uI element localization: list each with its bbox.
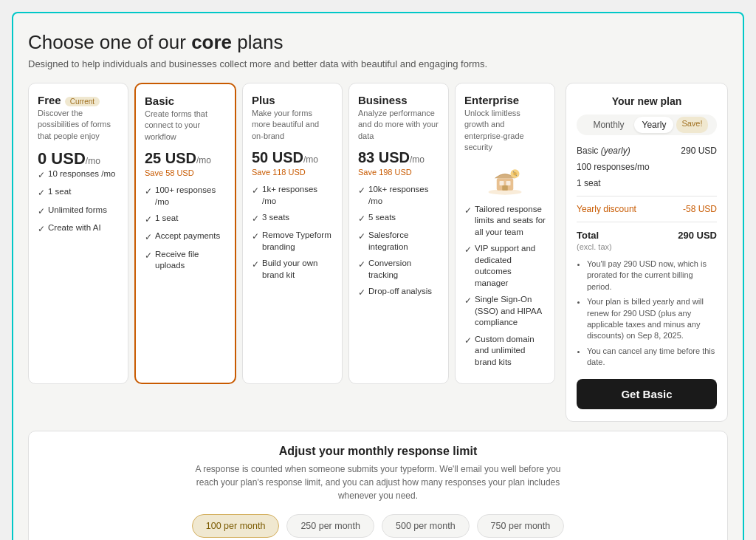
check-icon: ✓ <box>252 230 259 242</box>
plan-save: Save 58 USD <box>145 168 226 177</box>
response-options: 100 per month250 per month500 per month7… <box>44 514 712 538</box>
total-label: Total <box>577 230 599 241</box>
plan-price: 0 USD/mo <box>38 149 119 168</box>
check-icon: ✓ <box>38 187 45 199</box>
plan-price: 50 USD/mo <box>252 149 333 166</box>
feature-item: ✓10k+ responses /mo <box>358 184 439 207</box>
feature-item: ✓Conversion tracking <box>358 258 439 281</box>
plan-features: ✓Tailored response limits and seats for … <box>464 204 546 369</box>
discount-row: Yearly discount -58 USD <box>577 204 717 214</box>
feature-item: ✓10 responses /mo <box>38 168 119 181</box>
billing-toggle: Monthly Yearly Save! <box>577 115 717 135</box>
plan-name: Basic <box>145 95 226 107</box>
feature-item: ✓3 seats <box>252 212 333 225</box>
plan-name: Plus <box>252 94 333 106</box>
feature-item: ✓5 seats <box>358 212 439 225</box>
note-item: You can cancel any time before this date… <box>587 346 717 369</box>
plan-card-basic[interactable]: BasicCreate forms that connect to your w… <box>134 83 236 384</box>
responses-label: 100 responses/mo <box>577 162 650 172</box>
feature-item: ✓Create with AI <box>38 222 119 235</box>
response-option[interactable]: 250 per month <box>286 514 374 538</box>
feature-item: ✓Build your own brand kit <box>252 258 333 281</box>
check-icon: ✓ <box>252 185 259 196</box>
bottom-title: Adjust your monthly response limit <box>44 445 712 458</box>
feature-item: ✓Receive file uploads <box>145 249 226 272</box>
svg-rect-4 <box>502 185 508 190</box>
svg-rect-3 <box>506 180 511 185</box>
plan-save: Save 198 USD <box>358 168 439 177</box>
plan-name-row: Basic (yearly) 290 USD <box>577 146 717 156</box>
plan-card-business[interactable]: BusinessAnalyze performance and do more … <box>348 83 449 384</box>
plan-name: FreeCurrent <box>38 94 119 106</box>
enterprise-illustration <box>483 161 527 198</box>
check-icon: ✓ <box>252 259 259 270</box>
plan-save: Save 118 USD <box>252 168 333 177</box>
total-sub: (excl. tax) <box>577 242 717 251</box>
plan-name: Enterprise <box>464 94 546 106</box>
feature-item: ✓Salesforce integration <box>358 230 439 253</box>
feature-item: ✓1 seat <box>145 213 226 225</box>
plan-desc: Unlock limitless growth and enterprise-g… <box>464 108 546 154</box>
bottom-section: Adjust your monthly response limit A res… <box>28 431 728 540</box>
plan-features: ✓100+ responses /mo✓1 seat✓Accept paymen… <box>145 185 226 271</box>
feature-item: ✓Unlimited forms <box>38 205 119 217</box>
page-subtitle: Designed to help individuals and busines… <box>28 58 728 69</box>
plan-name-label: Basic (yearly) <box>577 146 630 156</box>
discount-value: -58 USD <box>683 204 717 214</box>
plan-price: 25 USD/mo <box>145 150 226 167</box>
note-item: Your plan is billed yearly and will rene… <box>587 296 717 342</box>
plans-section: FreeCurrentDiscover the possibilities of… <box>28 83 555 422</box>
check-icon: ✓ <box>38 205 45 217</box>
response-option[interactable]: 750 per month <box>477 514 565 538</box>
new-plan-title: Your new plan <box>577 95 717 107</box>
plan-price-value: 290 USD <box>681 146 717 156</box>
check-icon: ✓ <box>358 230 365 242</box>
check-icon: ✓ <box>145 231 152 243</box>
feature-item: ✓Custom domain and unlimited brand kits <box>464 334 546 369</box>
feature-item: ✓Remove Typeform branding <box>252 230 333 253</box>
title-end: plans <box>232 31 283 53</box>
plan-card-free[interactable]: FreeCurrentDiscover the possibilities of… <box>28 83 128 384</box>
response-option[interactable]: 500 per month <box>382 514 470 538</box>
response-option[interactable]: 100 per month <box>192 514 280 538</box>
save-badge: Save! <box>676 117 707 133</box>
responses-row: 100 responses/mo <box>577 162 717 172</box>
feature-item: ✓1k+ responses /mo <box>252 184 333 207</box>
check-icon: ✓ <box>358 213 365 225</box>
notes-list: You'll pay 290 USD now, which is prorate… <box>577 259 717 369</box>
plan-features: ✓1k+ responses /mo✓3 seats✓Remove Typefo… <box>252 184 333 281</box>
total-row: Total 290 USD <box>577 230 717 241</box>
plan-card-enterprise[interactable]: EnterpriseUnlock limitless growth and en… <box>455 83 555 384</box>
check-icon: ✓ <box>464 244 472 256</box>
plan-desc: Make your forms more beautiful and on-br… <box>252 108 333 142</box>
current-badge: Current <box>65 97 100 106</box>
check-icon: ✓ <box>464 295 472 307</box>
plan-features: ✓10 responses /mo✓1 seat✓Unlimited forms… <box>38 168 119 235</box>
monthly-toggle[interactable]: Monthly <box>585 117 631 133</box>
seat-label: 1 seat <box>577 178 601 188</box>
svg-point-7 <box>513 171 517 175</box>
plan-desc: Discover the possibilities of forms that… <box>38 108 119 142</box>
feature-item: ✓Single Sign-On (SSO) and HIPAA complian… <box>464 294 546 329</box>
page-title: Choose one of our core plans <box>28 31 728 54</box>
plan-desc: Analyze performance and do more with you… <box>358 108 439 142</box>
divider-1 <box>577 196 717 196</box>
check-icon: ✓ <box>38 169 45 181</box>
plan-card-plus[interactable]: PlusMake your forms more beautiful and o… <box>242 83 343 384</box>
divider-2 <box>577 222 717 222</box>
check-icon: ✓ <box>464 335 472 346</box>
plan-features: ✓10k+ responses /mo✓5 seats✓Salesforce i… <box>358 184 439 298</box>
total-value: 290 USD <box>678 230 717 241</box>
note-item: You'll pay 290 USD now, which is prorate… <box>587 259 717 293</box>
page-container: Choose one of our core plans Designed to… <box>12 12 744 540</box>
check-icon: ✓ <box>252 213 259 225</box>
title-plain: Choose one of our <box>28 31 191 53</box>
check-icon: ✓ <box>145 250 152 262</box>
get-basic-button[interactable]: Get Basic <box>577 379 717 409</box>
yearly-toggle[interactable]: Yearly <box>634 117 673 133</box>
plans-grid: FreeCurrentDiscover the possibilities of… <box>28 83 555 384</box>
main-layout: FreeCurrentDiscover the possibilities of… <box>28 83 728 422</box>
check-icon: ✓ <box>358 185 365 196</box>
check-icon: ✓ <box>358 259 365 270</box>
plan-name: Business <box>358 94 439 106</box>
